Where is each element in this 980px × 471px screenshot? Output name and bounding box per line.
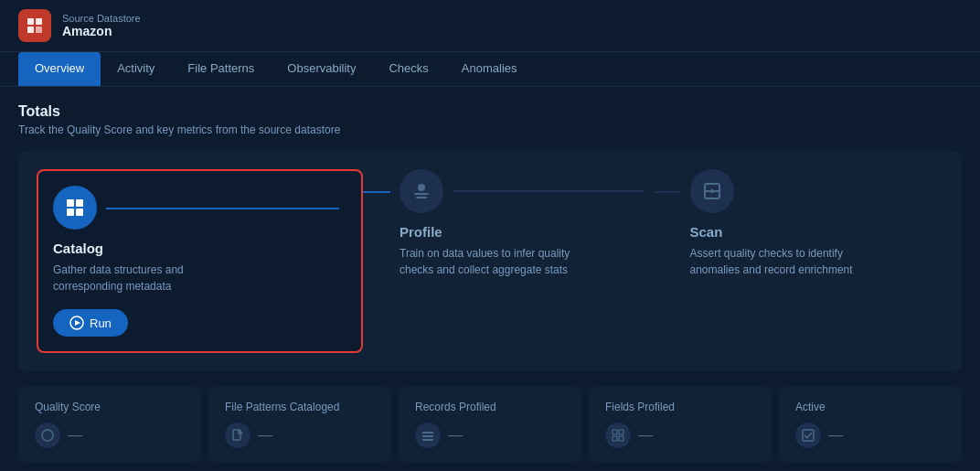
profile-step-name: Profile (399, 224, 442, 240)
file-patterns-value-row: — (225, 423, 375, 448)
svg-rect-2 (27, 27, 34, 33)
svg-rect-21 (612, 430, 617, 434)
svg-marker-9 (75, 320, 80, 326)
records-profiled-card: Records Profiled — (399, 386, 581, 463)
profile-step-desc: Train on data values to infer quality ch… (399, 245, 582, 278)
app-header: Source Datastore Amazon (0, 0, 980, 52)
scan-step-name: Scan (690, 224, 723, 240)
step1-connector (363, 191, 390, 193)
svg-rect-5 (76, 199, 83, 207)
scan-step-header (690, 169, 935, 213)
main-content: Totals Track the Quality Score and key m… (0, 87, 980, 471)
catalog-profile-connector (106, 208, 339, 209)
svg-rect-7 (76, 209, 83, 216)
active-value: — (828, 427, 843, 444)
profile-icon (399, 169, 443, 213)
run-button-label: Run (90, 316, 112, 330)
svg-rect-19 (422, 435, 433, 437)
catalog-step: Catalog Gather data structures and corre… (37, 169, 363, 353)
catalog-step-desc: Gather data structures and corresponding… (53, 262, 236, 294)
svg-point-16 (42, 430, 53, 441)
scan-step-desc: Assert quality checks to identify anomal… (690, 245, 873, 278)
nav-anomalies[interactable]: Anomalies (445, 52, 534, 86)
section-subtitle: Track the Quality Score and key metrics … (18, 123, 962, 136)
step2-connector (654, 191, 681, 193)
section-title: Totals (18, 103, 962, 120)
svg-rect-25 (803, 430, 814, 441)
nav-activity[interactable]: Activity (101, 52, 171, 86)
header-titles: Source Datastore Amazon (62, 13, 141, 38)
file-patterns-label: File Patterns Cataloged (225, 401, 375, 413)
svg-point-15 (710, 189, 714, 193)
fields-profiled-label: Fields Profiled (605, 401, 755, 413)
fields-profiled-card: Fields Profiled — (589, 386, 772, 463)
svg-rect-20 (422, 439, 433, 441)
svg-rect-0 (27, 18, 34, 25)
file-patterns-value: — (258, 427, 272, 444)
source-label: Source Datastore (62, 13, 141, 24)
nav-checks[interactable]: Checks (372, 52, 444, 86)
svg-rect-11 (414, 193, 429, 195)
pipeline-area: Catalog Gather data structures and corre… (18, 151, 962, 371)
datastore-name: Amazon (62, 24, 141, 38)
quality-score-label: Quality Score (35, 401, 185, 413)
svg-rect-22 (619, 430, 623, 434)
nav-bar: Overview Activity File Patterns Observab… (0, 52, 980, 87)
active-card: Active — (779, 386, 962, 463)
svg-rect-3 (36, 27, 42, 33)
nav-overview[interactable]: Overview (18, 52, 101, 86)
records-profiled-label: Records Profiled (415, 401, 565, 413)
records-profiled-icon (415, 423, 441, 448)
quality-score-card: Quality Score — (18, 386, 201, 463)
svg-rect-12 (416, 197, 427, 198)
svg-rect-23 (612, 436, 617, 441)
records-profiled-value: — (448, 427, 463, 444)
metrics-row: Quality Score — File Patterns Cataloged (18, 386, 962, 463)
nav-file-patterns[interactable]: File Patterns (171, 52, 271, 86)
catalog-run-button[interactable]: Run (53, 309, 128, 337)
catalog-icon (53, 186, 97, 230)
active-label: Active (795, 401, 945, 413)
records-profiled-value-row: — (415, 423, 565, 448)
catalog-step-name: Catalog (53, 241, 346, 256)
quality-score-icon (35, 423, 60, 448)
svg-rect-6 (67, 209, 74, 216)
fields-profiled-value: — (638, 427, 653, 444)
fields-profiled-value-row: — (605, 423, 755, 448)
svg-rect-4 (67, 199, 74, 207)
scan-step: Scan Assert quality checks to identify a… (681, 169, 944, 293)
active-icon (795, 423, 821, 448)
file-patterns-icon (225, 423, 250, 448)
datastore-logo (18, 9, 51, 42)
fields-profiled-icon (605, 423, 631, 448)
active-value-row: — (795, 423, 945, 448)
svg-rect-24 (619, 436, 623, 441)
profile-step-header (399, 169, 644, 213)
svg-rect-1 (36, 18, 42, 25)
profile-step: Profile Train on data values to infer qu… (390, 169, 654, 293)
quality-score-value: — (68, 427, 82, 444)
catalog-step-header (53, 186, 346, 230)
pipeline-steps: Catalog Gather data structures and corre… (37, 169, 943, 353)
svg-rect-18 (422, 432, 433, 434)
quality-score-value-row: — (35, 423, 185, 448)
nav-observability[interactable]: Observability (271, 52, 372, 86)
file-patterns-card: File Patterns Cataloged — (208, 386, 391, 463)
profile-scan-connector (453, 190, 644, 192)
svg-point-10 (418, 184, 425, 191)
scan-icon (690, 169, 734, 213)
